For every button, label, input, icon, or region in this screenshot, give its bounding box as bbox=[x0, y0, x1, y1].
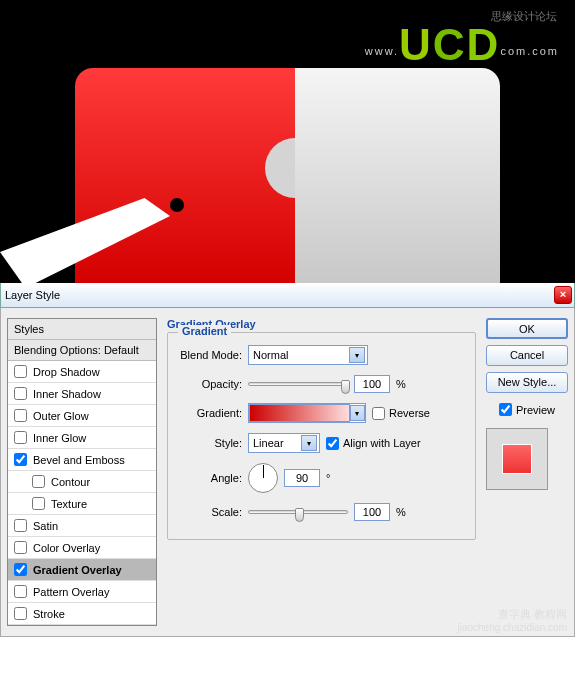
preview-checkbox[interactable]: Preview bbox=[486, 403, 568, 416]
style-label: Color Overlay bbox=[33, 542, 100, 554]
style-label: Satin bbox=[33, 520, 58, 532]
style-label: Gradient Overlay bbox=[33, 564, 122, 576]
align-checkbox[interactable]: Align with Layer bbox=[326, 437, 421, 450]
scale-slider[interactable] bbox=[248, 510, 348, 514]
style-label: Inner Shadow bbox=[33, 388, 101, 400]
style-checkbox[interactable] bbox=[32, 475, 45, 488]
chevron-down-icon: ▾ bbox=[349, 347, 365, 363]
dialog-titlebar: Layer Style × bbox=[0, 283, 575, 308]
ok-button[interactable]: OK bbox=[486, 318, 568, 339]
gradient-label: Gradient: bbox=[178, 407, 242, 419]
style-select[interactable]: Linear ▾ bbox=[248, 433, 320, 453]
opacity-input[interactable] bbox=[354, 375, 390, 393]
opacity-label: Opacity: bbox=[178, 378, 242, 390]
cancel-button[interactable]: Cancel bbox=[486, 345, 568, 366]
style-label: Texture bbox=[51, 498, 87, 510]
style-label: Inner Glow bbox=[33, 432, 86, 444]
new-style-button[interactable]: New Style... bbox=[486, 372, 568, 393]
angle-dial[interactable] bbox=[248, 463, 278, 493]
style-label: Outer Glow bbox=[33, 410, 89, 422]
gradient-preview-swatch bbox=[249, 404, 350, 422]
gradient-overlay-panel: Gradient Overlay Gradient Blend Mode: No… bbox=[163, 318, 480, 626]
close-button[interactable]: × bbox=[554, 286, 572, 304]
dialog-body: Styles Blending Options: Default Drop Sh… bbox=[0, 308, 575, 637]
angle-label: Angle: bbox=[178, 472, 242, 484]
style-row-texture[interactable]: Texture bbox=[8, 493, 156, 515]
style-label: Drop Shadow bbox=[33, 366, 100, 378]
style-row-inner-shadow[interactable]: Inner Shadow bbox=[8, 383, 156, 405]
scale-input[interactable] bbox=[354, 503, 390, 521]
gradient-picker[interactable]: ▾ bbox=[248, 403, 366, 423]
dialog-title: Layer Style bbox=[5, 289, 554, 301]
style-checkbox[interactable] bbox=[14, 563, 27, 576]
style-row-satin[interactable]: Satin bbox=[8, 515, 156, 537]
style-row-pattern-overlay[interactable]: Pattern Overlay bbox=[8, 581, 156, 603]
tutorial-banner: 思缘设计论坛 www.UCDcom.com bbox=[0, 0, 575, 283]
style-label: Style: bbox=[178, 437, 242, 449]
reverse-checkbox[interactable]: Reverse bbox=[372, 407, 430, 420]
style-label: Pattern Overlay bbox=[33, 586, 109, 598]
style-label: Contour bbox=[51, 476, 90, 488]
scale-label: Scale: bbox=[178, 506, 242, 518]
style-row-drop-shadow[interactable]: Drop Shadow bbox=[8, 361, 156, 383]
style-row-color-overlay[interactable]: Color Overlay bbox=[8, 537, 156, 559]
style-checkbox[interactable] bbox=[14, 519, 27, 532]
chevron-down-icon: ▾ bbox=[350, 405, 365, 421]
style-checkbox[interactable] bbox=[14, 431, 27, 444]
style-checkbox[interactable] bbox=[14, 409, 27, 422]
style-checkbox[interactable] bbox=[14, 365, 27, 378]
chevron-down-icon: ▾ bbox=[301, 435, 317, 451]
group-label: Gradient bbox=[178, 325, 231, 337]
banner-logo: www.UCDcom.com bbox=[365, 20, 559, 70]
angle-input[interactable] bbox=[284, 469, 320, 487]
styles-panel: Styles Blending Options: Default Drop Sh… bbox=[7, 318, 157, 626]
style-row-bevel-and-emboss[interactable]: Bevel and Emboss bbox=[8, 449, 156, 471]
blending-options-row[interactable]: Blending Options: Default bbox=[8, 340, 156, 361]
style-label: Bevel and Emboss bbox=[33, 454, 125, 466]
right-button-panel: OK Cancel New Style... Preview bbox=[486, 318, 568, 626]
style-checkbox[interactable] bbox=[14, 387, 27, 400]
style-row-stroke[interactable]: Stroke bbox=[8, 603, 156, 625]
style-checkbox[interactable] bbox=[32, 497, 45, 510]
style-row-contour[interactable]: Contour bbox=[8, 471, 156, 493]
style-row-inner-glow[interactable]: Inner Glow bbox=[8, 427, 156, 449]
style-checkbox[interactable] bbox=[14, 541, 27, 554]
preview-swatch bbox=[486, 428, 548, 490]
style-checkbox[interactable] bbox=[14, 585, 27, 598]
style-row-gradient-overlay[interactable]: Gradient Overlay bbox=[8, 559, 156, 581]
style-checkbox[interactable] bbox=[14, 453, 27, 466]
style-row-outer-glow[interactable]: Outer Glow bbox=[8, 405, 156, 427]
puzzle-illustration bbox=[0, 68, 575, 283]
style-label: Stroke bbox=[33, 608, 65, 620]
opacity-slider[interactable] bbox=[248, 382, 348, 386]
blend-mode-label: Blend Mode: bbox=[178, 349, 242, 361]
styles-header[interactable]: Styles bbox=[8, 319, 156, 340]
blend-mode-select[interactable]: Normal ▾ bbox=[248, 345, 368, 365]
style-checkbox[interactable] bbox=[14, 607, 27, 620]
